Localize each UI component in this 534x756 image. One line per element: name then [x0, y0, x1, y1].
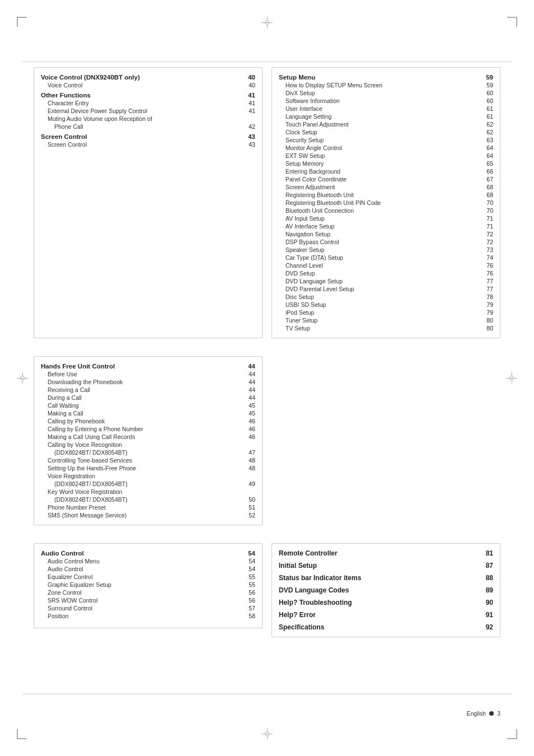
br-item-page: 89 [480, 586, 493, 594]
setup-item-label: Channel Level [279, 262, 480, 269]
setup-menu-item: Language Setting61 [279, 113, 493, 120]
hands-free-item: Making a Call Using Call Records46 [41, 433, 255, 441]
setup-item-page: 70 [480, 207, 493, 214]
setup-menu-header: Setup Menu 59 [279, 73, 493, 81]
setup-menu-item: Clock Setup62 [279, 128, 493, 136]
hf-item-label: Calling by Entering a Phone Number [41, 426, 242, 432]
setup-menu-item: Setup Memory65 [279, 160, 493, 167]
bottom-rule [22, 694, 512, 694]
hands-free-item: SMS (Short Message Service)52 [41, 511, 255, 519]
audio-control-item: Zone Control56 [41, 589, 255, 596]
other-functions-item-1-page: 41 [242, 100, 255, 106]
other-functions-item-3-label: Muting Audio Volume upon Reception of [41, 115, 242, 122]
hf-item-label: Calling by Phonebook [41, 418, 242, 424]
br-item-page: 92 [480, 623, 493, 631]
hf-item-page: 45 [242, 402, 255, 409]
setup-item-page: 60 [480, 90, 493, 96]
hands-free-item: Controlling Tone-based Services48 [41, 456, 255, 464]
setup-menu-item: DivX Setup60 [279, 89, 493, 97]
setup-item-label: DSP Bypass Control [279, 239, 480, 245]
hf-item-label: Making a Call Using Call Records [41, 433, 242, 440]
ac-item-label: Audio Control Menu [41, 558, 242, 564]
other-functions-item-3: Muting Audio Volume upon Reception of [41, 115, 255, 123]
setup-menu-item: EXT SW Setup64 [279, 152, 493, 160]
top-left-section: Voice Control (DNX9240BT only) 40 Voice … [34, 67, 263, 338]
bottom-right-item: DVD Language Codes89 [279, 584, 493, 596]
setup-item-page: 73 [480, 246, 493, 253]
br-item-label: DVD Language Codes [279, 586, 480, 594]
ac-item-label: Position [41, 613, 242, 619]
setup-menu-label: Setup Menu [279, 74, 480, 81]
hands-free-item: Call Waiting45 [41, 402, 255, 409]
hf-item-label: Downloading the Phonebook [41, 379, 242, 385]
hands-free-item: Making a Call45 [41, 409, 255, 417]
audio-control-item: Audio Control Menu54 [41, 557, 255, 565]
hf-item-page: 48 [242, 457, 255, 464]
top-right-section: Setup Menu 59 How to Display SETUP Menu … [271, 67, 500, 338]
br-item-label: Initial Setup [279, 562, 480, 570]
setup-menu-item: How to Display SETUP Menu Screen59 [279, 81, 493, 89]
setup-menu-item: User Interface61 [279, 105, 493, 113]
setup-menu-item: Screen Adjustment68 [279, 183, 493, 191]
other-functions-item-1-label: Character Entry [41, 100, 242, 106]
other-functions-item-3b-label: Phone Call [41, 123, 242, 130]
setup-item-page: 70 [480, 199, 493, 206]
bottom-right-item: Status bar Indicator items88 [279, 572, 493, 584]
setup-item-page: 80 [480, 325, 493, 332]
setup-menu-item: TV Setup80 [279, 324, 493, 332]
hands-free-item: Voice Registration [41, 472, 255, 480]
br-item-page: 90 [480, 599, 493, 606]
bottom-right-item: Initial Setup87 [279, 559, 493, 572]
corner-mark-br [507, 729, 517, 739]
setup-item-page: 79 [480, 309, 493, 316]
setup-item-page: 59 [480, 82, 493, 88]
middle-row: Hands Free Unit Control 44 Before Use44D… [34, 356, 500, 534]
setup-menu-item: Tuner Setup80 [279, 316, 493, 324]
br-item-label: Help? Troubleshooting [279, 599, 480, 606]
bottom-right-items: Remote Controller81Initial Setup87Status… [279, 547, 493, 633]
corner-mark-bl [17, 729, 27, 739]
hf-item-label: During a Call [41, 394, 242, 401]
hf-item-label: Phone Number Preset [41, 504, 242, 511]
audio-control-header: Audio Control 54 [41, 549, 255, 557]
hands-free-item: Receiving a Call44 [41, 386, 255, 394]
crosshair-left [17, 372, 28, 384]
other-functions-label: Other Functions [41, 92, 242, 99]
hands-free-header: Hands Free Unit Control 44 [41, 362, 255, 370]
setup-item-label: Security Setup [279, 137, 480, 143]
top-row: Voice Control (DNX9240BT only) 40 Voice … [34, 67, 500, 347]
audio-control-section: Audio Control 54 Audio Control Menu54Aud… [34, 543, 263, 628]
other-functions-item-1: Character Entry 41 [41, 99, 255, 107]
setup-menu-item: Channel Level76 [279, 262, 493, 269]
setup-item-label: iPod Setup [279, 309, 480, 316]
audio-control-item: Surround Control57 [41, 604, 255, 612]
setup-menu-item: Car Type (DTA) Setup74 [279, 254, 493, 262]
setup-item-label: Speaker Setup [279, 246, 480, 253]
hf-item-page: 49 [242, 480, 255, 487]
setup-menu-item: Security Setup63 [279, 136, 493, 144]
other-functions-item-3b: Phone Call 42 [41, 123, 255, 130]
br-item-label: Remote Controller [279, 549, 480, 557]
other-functions-page: 41 [242, 92, 255, 99]
hands-free-items: Before Use44Downloading the Phonebook44R… [41, 370, 255, 519]
setup-menu-item: AV Input Setup71 [279, 214, 493, 222]
setup-item-page: 71 [480, 223, 493, 230]
hf-item-label: Setting Up the Hands-Free Phone [41, 465, 242, 472]
setup-item-label: Entering Background [279, 168, 480, 175]
setup-menu-item: Entering Background66 [279, 167, 493, 175]
setup-item-label: Disc Setup [279, 293, 480, 300]
setup-item-label: Tuner Setup [279, 317, 480, 324]
setup-item-page: 62 [480, 121, 493, 128]
screen-control-item-1-page: 43 [242, 141, 255, 148]
setup-item-label: Registering Bluetooth Unit [279, 192, 480, 198]
audio-control-item: Graphic Equalizer Setup55 [41, 581, 255, 589]
voice-control-page: 40 [242, 74, 255, 81]
crosshair-right [506, 372, 517, 384]
ac-item-page: 54 [242, 558, 255, 564]
bottom-right-item: Help? Error91 [279, 609, 493, 621]
setup-item-page: 72 [480, 231, 493, 237]
hands-free-page: 44 [242, 363, 255, 370]
screen-control-item-1: Screen Control 43 [41, 141, 255, 148]
br-item-label: Specifications [279, 623, 480, 631]
setup-menu-item: DSP Bypass Control72 [279, 238, 493, 246]
